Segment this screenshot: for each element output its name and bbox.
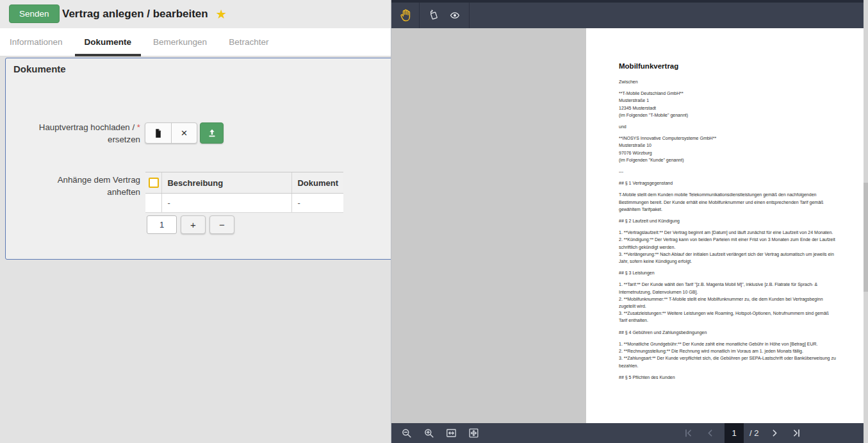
page-total-label: / 2 <box>749 428 758 438</box>
attach-field-label: Anhänge dem Vertrag anheften <box>6 174 140 198</box>
doc-block: (im Folgenden "Kunde" genannt) <box>619 156 837 163</box>
fit-page-button[interactable] <box>465 425 482 442</box>
pdf-bottom-toolbar: 1 / 2 <box>391 423 864 443</box>
current-page-indicator[interactable]: 1 <box>725 423 744 443</box>
toolbar-tools-section <box>420 3 470 28</box>
upload-document-button[interactable] <box>200 122 224 144</box>
fit-width-icon <box>445 427 457 439</box>
row-dokument-cell: - <box>292 194 343 213</box>
attachments-table: Beschreibung Dokument - - <box>145 172 343 213</box>
zoom-out-icon <box>400 427 413 439</box>
attachments-table-header-row: Beschreibung Dokument <box>145 172 343 194</box>
page-title-text: Vertrag anlegen / bearbeiten <box>62 8 208 21</box>
row-select-cell <box>145 194 162 213</box>
row-count-input[interactable] <box>147 215 177 234</box>
clear-document-button[interactable]: × <box>171 123 197 143</box>
upload-field-label: Hauptvertrag hochladen / * ersetzen <box>6 121 140 146</box>
doc-block: Musterstraße 10 <box>619 142 837 149</box>
next-page-button[interactable] <box>764 423 785 443</box>
doc-block: ## § 5 Pflichten des Kunden <box>619 374 837 381</box>
doc-block: ## § 2 Laufzeit und Kündigung <box>619 217 837 224</box>
doc-block: ## § 3 Leistungen <box>619 269 837 276</box>
doc-block: **T-Mobile Deutschland GmbH** <box>619 90 837 97</box>
pan-tool-button[interactable] <box>396 6 415 25</box>
doc-block: Musterstraße 1 <box>619 97 837 104</box>
tab-dokumente[interactable]: Dokumente <box>81 28 135 56</box>
file-icon <box>152 128 164 139</box>
dokumente-panel: Dokumente Hauptvertrag hochladen / * ers… <box>5 58 391 260</box>
attach-label-line2: anheften <box>6 186 140 198</box>
first-page-button[interactable] <box>677 423 699 443</box>
upload-button-group: × <box>145 122 197 144</box>
doc-block: 3. **Zusatzleistungen:** Weitere Leistun… <box>619 310 837 324</box>
pdf-viewer-pane: MobilfunkvertragZwischen**T-Mobile Deuts… <box>391 0 868 443</box>
doc-block: 2. **Mobilfunknummer:** T-Mobile stellt … <box>619 296 837 310</box>
prev-page-button[interactable] <box>699 423 721 443</box>
fit-page-icon <box>468 427 480 439</box>
upload-label-line1: Hauptvertrag hochladen / <box>39 122 137 132</box>
doc-block: und <box>619 123 837 130</box>
zoom-in-icon <box>423 427 435 439</box>
panel-title: Dokumente <box>13 63 66 74</box>
doc-block: 3. **Zahlungsart:** Der Kunde verpflicht… <box>619 355 837 369</box>
rotate-page-icon <box>427 9 440 22</box>
attach-label-line1: Anhänge dem Vertrag <box>6 174 140 186</box>
last-page-button[interactable] <box>785 423 807 443</box>
doc-block: Zwischen <box>619 78 837 85</box>
column-header-beschreibung[interactable]: Beschreibung <box>162 172 292 194</box>
doc-block: --- <box>619 168 837 175</box>
rotate-tool-button[interactable] <box>424 6 443 25</box>
doc-block: T-Mobile stellt dem Kunden mobile Teleko… <box>619 191 837 213</box>
table-row[interactable]: - - <box>145 194 343 213</box>
prev-page-icon <box>705 428 716 439</box>
pdf-scrollbar[interactable] <box>864 0 868 443</box>
pan-hand-icon <box>398 8 413 22</box>
zoom-in-button[interactable] <box>420 425 437 442</box>
doc-block: **INOSYS Innovative Computersysteme GmbH… <box>619 135 837 142</box>
contract-form-pane: Senden Vertrag anlegen / bearbeiten ★ In… <box>0 0 391 443</box>
form-header: Senden Vertrag anlegen / bearbeiten ★ <box>0 0 391 28</box>
zoom-out-button[interactable] <box>398 425 414 442</box>
required-mark: * <box>137 122 140 132</box>
tab-informationen[interactable]: Informationen <box>6 28 66 56</box>
doc-block: 97076 Würzburg <box>619 149 837 156</box>
scrollbar-thumb[interactable] <box>864 183 868 292</box>
favorite-star-icon[interactable]: ★ <box>217 8 226 21</box>
doc-block: ## § 4 Gebühren und Zahlungsbedingungen <box>619 329 837 336</box>
add-row-button[interactable]: + <box>181 215 206 234</box>
next-page-icon <box>769 428 780 439</box>
doc-block: (im Folgenden "T-Mobile" genannt) <box>619 112 837 119</box>
preview-eye-icon <box>448 9 461 22</box>
doc-block: Mobilfunkvertrag <box>619 62 837 71</box>
row-beschreibung-cell: - <box>162 194 292 213</box>
upload-icon <box>206 128 218 139</box>
page-title: Vertrag anlegen / bearbeiten ★ <box>62 0 226 28</box>
select-all-header-cell <box>145 172 162 194</box>
doc-block: 12345 Musterstadt <box>619 104 837 112</box>
page-navigation: 1 / 2 <box>677 423 807 443</box>
tab-betrachter[interactable]: Betrachter <box>225 28 272 56</box>
doc-block: 3. **Verlängerung:** Nach Ablauf der ini… <box>619 251 837 265</box>
doc-block: ## § 1 Vertragsgegenstand <box>619 180 837 187</box>
remove-row-button[interactable]: − <box>209 215 234 234</box>
first-page-icon <box>683 428 694 439</box>
column-header-dokument[interactable]: Dokument <box>292 172 343 194</box>
select-all-checkbox[interactable] <box>149 178 159 188</box>
pdf-content-area[interactable]: MobilfunkvertragZwischen**T-Mobile Deuts… <box>391 28 864 423</box>
doc-block: 1. **Tarif:** Der Kunde wählt den Tarif … <box>619 281 837 295</box>
send-button[interactable]: Senden <box>9 4 60 23</box>
doc-block: 1. **Vertragslaufzeit:** Der Vertrag beg… <box>619 229 837 236</box>
tab-bar: Informationen Dokumente Bemerkungen Betr… <box>0 28 391 56</box>
preview-tool-button[interactable] <box>445 6 464 25</box>
row-count-pager: + − <box>147 215 234 234</box>
tab-bemerkungen[interactable]: Bemerkungen <box>150 28 210 56</box>
doc-block: 1. **Monatliche Grundgebühr:** Der Kunde… <box>619 340 837 347</box>
upload-label-line2: ersetzen <box>6 133 140 146</box>
pdf-toolbar <box>391 0 864 28</box>
close-icon: × <box>181 128 188 138</box>
fit-width-button[interactable] <box>443 425 459 442</box>
view-document-button[interactable] <box>145 123 171 143</box>
doc-block: 2. **Rechnungsstellung:** Die Rechnung w… <box>619 347 837 355</box>
toolbar-pan-section <box>391 3 420 28</box>
pdf-page: MobilfunkvertragZwischen**T-Mobile Deuts… <box>586 28 864 423</box>
